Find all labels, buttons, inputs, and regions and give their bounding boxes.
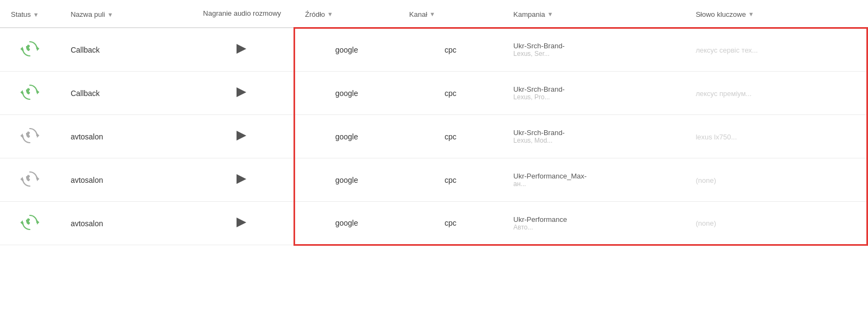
cell-slowo: (none) [685, 202, 867, 245]
kampania-line1: Ukr-Performance [513, 215, 674, 224]
col-label-slowo: Słowo kluczowe [695, 10, 746, 18]
kampania-line2: Авто... [513, 224, 674, 231]
cell-nazwa: avtosalon [60, 202, 190, 245]
svg-marker-6 [37, 177, 40, 182]
filter-icon-kampania[interactable]: ▼ [547, 11, 553, 17]
svg-marker-2 [37, 90, 40, 95]
play-button[interactable] [237, 87, 246, 97]
cell-nazwa: Callback [60, 72, 190, 115]
cell-nazwa: Callback [60, 28, 190, 72]
cell-slowo: лексус преміум... [685, 72, 867, 115]
slowo-value: (none) [695, 219, 716, 227]
svg-marker-5 [21, 133, 23, 138]
kampania-line1: Ukr-Srch-Brand- [513, 129, 674, 137]
cell-slowo: лексус сервіс тех... [685, 28, 867, 72]
col-header-nazwa: Nazwa puli ▼ [60, 0, 190, 28]
kampania-line2: Lexus, Ser... [513, 50, 674, 58]
cell-nagranie [190, 115, 294, 158]
cell-nagranie [190, 202, 294, 245]
kampania-line1: Ukr-Srch-Brand- [513, 85, 674, 93]
col-label-kampania: Kampania [513, 10, 545, 18]
filter-icon-slowo[interactable]: ▼ [748, 11, 754, 17]
phone-icon-green [20, 213, 40, 232]
play-button[interactable] [237, 218, 246, 227]
svg-marker-4 [37, 133, 40, 138]
cell-zrodlo: google [294, 158, 398, 202]
cell-kampania: Ukr-Srch-Brand-Lexus, Ser... [502, 28, 685, 72]
col-header-zrodlo: Źródło ▼ [294, 0, 398, 28]
col-header-status: Status ▼ [0, 0, 60, 28]
cell-nagranie [190, 28, 294, 72]
data-table: Status ▼ Nazwa puli ▼ Nagranie audio roz… [0, 0, 868, 246]
col-header-nagranie: Nagranie audio rozmowy [190, 0, 294, 28]
kampania-line2: Lexus, Mod... [513, 137, 674, 144]
slowo-value: лексус преміум... [695, 90, 751, 98]
play-button[interactable] [237, 131, 246, 141]
cell-status [0, 158, 60, 202]
filter-icon-status[interactable]: ▼ [33, 11, 39, 18]
kampania-line1: Ukr-Srch-Brand- [513, 42, 674, 50]
cell-kanal: cpc [398, 158, 502, 202]
cell-zrodlo: google [294, 28, 398, 72]
col-label-nazwa: Nazwa puli [71, 10, 105, 18]
cell-nagranie [190, 158, 294, 202]
phone-icon-green [20, 39, 40, 59]
cell-status [0, 28, 60, 72]
col-label-kanal: Kanał [409, 10, 427, 18]
filter-icon-kanal[interactable]: ▼ [430, 11, 436, 17]
svg-marker-8 [37, 220, 40, 225]
cell-status [0, 202, 60, 245]
col-label-zrodlo: Źródło [305, 10, 325, 18]
kampania-line1: Ukr-Performance_Max- [513, 172, 674, 180]
col-label-nagranie: Nagranie audio rozmowy [203, 9, 281, 18]
col-header-kampania: Kampania ▼ [502, 0, 685, 28]
cell-kampania: Ukr-Srch-Brand-Lexus, Pro... [502, 72, 685, 115]
play-button[interactable] [237, 174, 246, 184]
svg-marker-7 [21, 177, 23, 182]
col-header-kanal: Kanał ▼ [398, 0, 502, 28]
phone-icon-green [20, 82, 40, 102]
filter-icon-zrodlo[interactable]: ▼ [327, 11, 333, 17]
table-row: CallbackgooglecpcUkr-Srch-Brand-Lexus, P… [0, 72, 867, 115]
cell-kanal: cpc [398, 72, 502, 115]
cell-nazwa: avtosalon [60, 158, 190, 202]
cell-kampania: Ukr-Srch-Brand-Lexus, Mod... [502, 115, 685, 158]
svg-marker-3 [21, 90, 23, 95]
cell-slowo: (none) [685, 158, 867, 202]
filter-icon-nazwa[interactable]: ▼ [107, 11, 113, 18]
cell-nazwa: avtosalon [60, 115, 190, 158]
svg-marker-0 [37, 47, 40, 52]
cell-kanal: cpc [398, 115, 502, 158]
play-button[interactable] [237, 44, 246, 54]
cell-kampania: Ukr-PerformanceАвто... [502, 202, 685, 245]
cell-kanal: cpc [398, 202, 502, 245]
table-row: avtosalongooglecpcUkr-Performance_Max-ан… [0, 158, 867, 202]
col-header-slowo: Słowo kluczowe ▼ [685, 0, 867, 28]
svg-marker-9 [21, 220, 23, 225]
svg-marker-1 [21, 47, 23, 52]
cell-kampania: Ukr-Performance_Max-ан... [502, 158, 685, 202]
cell-zrodlo: google [294, 115, 398, 158]
cell-kanal: cpc [398, 28, 502, 72]
cell-zrodlo: google [294, 72, 398, 115]
table-row: avtosalongooglecpcUkr-PerformanceАвто...… [0, 202, 867, 245]
cell-status [0, 72, 60, 115]
cell-nagranie [190, 72, 294, 115]
phone-icon-gray [20, 169, 40, 189]
cell-status [0, 115, 60, 158]
col-label-status: Status [11, 10, 31, 18]
kampania-line2: Lexus, Pro... [513, 93, 674, 101]
table-row: CallbackgooglecpcUkr-Srch-Brand-Lexus, S… [0, 28, 867, 72]
table-header-row: Status ▼ Nazwa puli ▼ Nagranie audio roz… [0, 0, 867, 28]
slowo-value: (none) [695, 176, 716, 184]
table-row: avtosalongooglecpcUkr-Srch-Brand-Lexus, … [0, 115, 867, 158]
kampania-line2: ан... [513, 180, 674, 188]
slowo-value: лексус сервіс тех... [695, 46, 758, 54]
slowo-value: lexus lx750... [695, 133, 737, 141]
cell-slowo: lexus lx750... [685, 115, 867, 158]
main-table-container: Status ▼ Nazwa puli ▼ Nagranie audio roz… [0, 0, 868, 246]
phone-icon-gray [20, 126, 40, 145]
cell-zrodlo: google [294, 202, 398, 245]
